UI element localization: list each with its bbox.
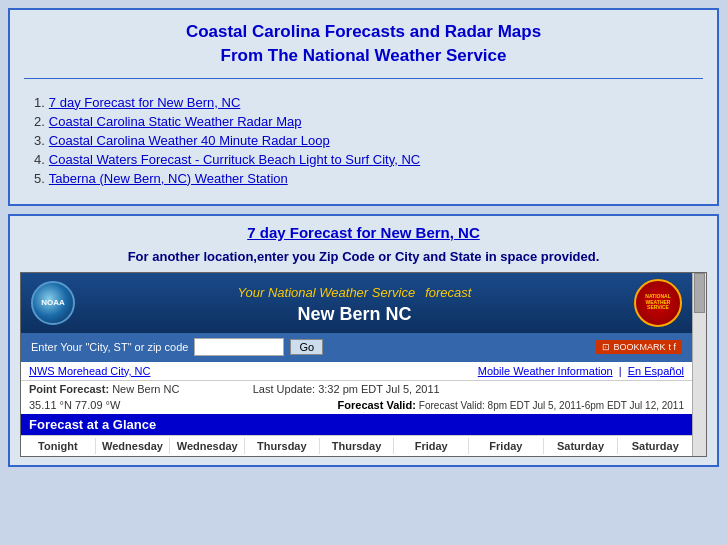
day-sat2: Saturday: [618, 438, 692, 454]
nav-link-coastal-waters[interactable]: Coastal Waters Forecast - Currituck Beac…: [49, 152, 420, 167]
nws-service-name: National Weather Service forecast: [268, 281, 471, 301]
day-thu1: Thursday: [245, 438, 320, 454]
day-fri2: Friday: [469, 438, 544, 454]
nws-title-block: Your National Weather Service forecast N…: [75, 281, 634, 325]
nws-valid-row: 35.11 °N 77.09 °W Forecast Valid: Foreca…: [21, 397, 692, 414]
share-icons: t f: [668, 342, 676, 352]
nav-link-forecast[interactable]: 7 day Forecast for New Bern, NC: [49, 95, 240, 110]
nws-search-bar: Enter Your "City, ST" or zip code Go ⊡ B…: [21, 333, 692, 361]
divider: [24, 78, 703, 79]
nws-mobile-links: Mobile Weather Information | En Español: [478, 365, 684, 377]
your-text: Your: [238, 285, 265, 300]
list-item: Taberna (New Bern, NC) Weather Station: [34, 169, 693, 188]
nws-badge: NATIONALWEATHERSERVICE: [634, 279, 682, 327]
nws-point-forecast: Point Forecast: New Bern NC Last Update:…: [21, 380, 692, 397]
mobile-weather-link[interactable]: Mobile Weather Information: [478, 365, 613, 377]
nav-list: 7 day Forecast for New Bern, NC Coastal …: [24, 87, 703, 194]
search-input[interactable]: [194, 338, 284, 356]
nav-link-static-radar[interactable]: Coastal Carolina Static Weather Radar Ma…: [49, 114, 302, 129]
day-wed2: Wednesday: [170, 438, 245, 454]
espanol-link[interactable]: En Español: [628, 365, 684, 377]
bookmark-icon: ⊡: [602, 342, 610, 352]
nws-widget: NOAA Your National Weather Service forec…: [20, 272, 707, 457]
day-fri1: Friday: [394, 438, 469, 454]
page-title: Coastal Carolina Forecasts and Radar Map…: [24, 20, 703, 68]
glance-header: Forecast at a Glance: [21, 414, 692, 435]
coordinates: 35.11 °N 77.09 °W: [29, 399, 120, 411]
nws-content: NOAA Your National Weather Service forec…: [21, 273, 692, 456]
nws-office-link[interactable]: NWS Morehead City, NC: [29, 365, 150, 377]
list-item: Coastal Carolina Static Weather Radar Ma…: [34, 112, 693, 131]
bottom-section: 7 day Forecast for New Bern, NC For anot…: [8, 214, 719, 467]
forecast-section-title: 7 day Forecast for New Bern, NC: [20, 224, 707, 241]
day-wed1: Wednesday: [96, 438, 171, 454]
days-row: Tonight Wednesday Wednesday Thursday Thu…: [21, 435, 692, 456]
nws-your-label: Your National Weather Service forecast: [75, 281, 634, 302]
nav-link-taberna[interactable]: Taberna (New Bern, NC) Weather Station: [49, 171, 288, 186]
forecast-subtitle: For another location,enter you Zip Code …: [20, 249, 707, 264]
top-section: Coastal Carolina Forecasts and Radar Map…: [8, 8, 719, 206]
scroll-thumb[interactable]: [694, 273, 705, 313]
scrollbar[interactable]: [692, 273, 706, 456]
nws-info-row: NWS Morehead City, NC Mobile Weather Inf…: [21, 361, 692, 380]
search-go-button[interactable]: Go: [290, 339, 323, 355]
nws-location: New Bern NC: [75, 304, 634, 325]
last-update: Last Update: 3:32 pm EDT Jul 5, 2011: [253, 383, 440, 395]
search-label: Enter Your "City, ST" or zip code: [31, 341, 188, 353]
nws-office: NWS Morehead City, NC: [29, 365, 150, 377]
day-thu2: Thursday: [320, 438, 395, 454]
list-item: Coastal Carolina Weather 40 Minute Radar…: [34, 131, 693, 150]
list-item: Coastal Waters Forecast - Currituck Beac…: [34, 150, 693, 169]
point-forecast-location: New Bern NC: [112, 383, 179, 395]
day-tonight: Tonight: [21, 438, 96, 454]
list-item: 7 day Forecast for New Bern, NC: [34, 93, 693, 112]
nws-header: NOAA Your National Weather Service forec…: [21, 273, 692, 333]
bookmark-button[interactable]: ⊡ BOOKMARK t f: [596, 340, 682, 354]
day-sat1: Saturday: [544, 438, 619, 454]
forecast-valid: Forecast Valid: Forecast Valid: 8pm EDT …: [338, 399, 684, 411]
nav-link-radar-loop[interactable]: Coastal Carolina Weather 40 Minute Radar…: [49, 133, 330, 148]
noaa-logo: NOAA: [31, 281, 75, 325]
